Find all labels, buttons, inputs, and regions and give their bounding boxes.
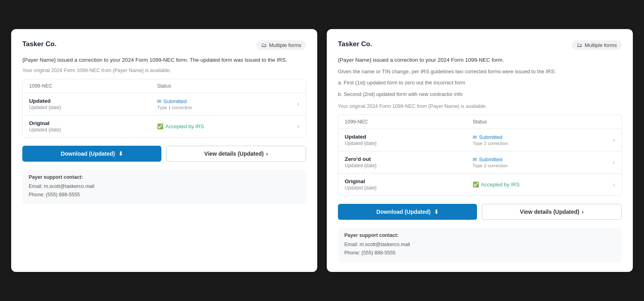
card-1-download-button[interactable]: Download (Updated) ⬇ — [22, 146, 161, 162]
card-1-table: 1099-NEC Status Updated Updated {date} ✉… — [22, 79, 306, 138]
card-2-download-button[interactable]: Download (Updated) ⬇ — [338, 204, 477, 220]
card-1: Tasker Co. 🗂 Multiple forms {Payer Name}… — [11, 29, 317, 272]
card-2-header: Tasker Co. 🗂 Multiple forms — [338, 40, 622, 50]
row-2-label: Original — [29, 120, 157, 126]
card-2-original-note: Your original 2024 Form 1099-NEC from {P… — [338, 104, 622, 109]
card-2: Tasker Co. 🗂 Multiple forms {Payer Name}… — [327, 29, 633, 272]
c2-row-2-label-cell: Zero'd out Updated {date} — [345, 156, 473, 168]
card-1-view-button[interactable]: View details (Updated) › — [166, 146, 306, 162]
c2-row-3-status-label: Accepted by IRS — [481, 182, 520, 188]
c2-row-2-status-cell: ✉ Submitted Type 2 correction — [473, 156, 601, 168]
card-1-payer-support: Payer support contact: Email: m.scott@ta… — [22, 170, 306, 204]
page-wrapper: Tasker Co. 🗂 Multiple forms {Payer Name}… — [11, 29, 633, 272]
row-1-status-sub: Type 1 correction — [157, 105, 285, 110]
table-row[interactable]: Zero'd out Updated {date} ✉ Submitted Ty… — [338, 151, 621, 174]
row-1-chevron: › — [285, 100, 299, 108]
row-2-date: Updated {date} — [29, 127, 157, 133]
c2-row-1-date: Updated {date} — [345, 141, 473, 146]
row-2-label-cell: Original Updated {date} — [29, 120, 157, 133]
card-2-support-phone: Phone: (555) 888-5555 — [344, 249, 615, 257]
row-2-status-cell: ✅ Accepted by IRS — [157, 123, 285, 129]
card-1-col3-header — [285, 83, 299, 89]
card-1-support-title: Payer support contact: — [29, 174, 300, 180]
card-2-col2-header: Status — [473, 119, 601, 125]
download-icon: ⬇ — [118, 150, 123, 157]
card-1-badge-label: Multiple forms — [269, 42, 301, 48]
table-row[interactable]: Original Updated {date} ✅ Accepted by IR… — [23, 115, 306, 137]
c2-row-2-status-label: Submitted — [479, 156, 503, 162]
row-1-status-label: Submitted — [163, 98, 187, 104]
card-2-description: {Payer Name} issued a correction to your… — [338, 56, 622, 64]
card-1-col2-header: Status — [157, 83, 285, 89]
submitted-icon-2: ✉ — [473, 134, 477, 140]
card-2-table: 1099-NEC Status Updated Updated {date} ✉… — [338, 115, 622, 196]
card-2-view-button[interactable]: View details (Updated) › — [482, 204, 622, 220]
submitted-icon: ✉ — [157, 98, 161, 104]
card-2-support-title: Payer support contact: — [344, 233, 615, 238]
c2-row-1-status: ✉ Submitted — [473, 134, 601, 140]
card-2-description2b: a. First (1st) updated form to zero out … — [338, 79, 622, 87]
card-1-title: Tasker Co. — [22, 40, 57, 48]
c2-row-1-status-sub: Type 2 correction — [473, 141, 601, 146]
view-label-2: View details (Updated) — [520, 209, 579, 215]
card-2-description2a: Given the name or TIN change, per IRS gu… — [338, 68, 622, 76]
row-1-label-cell: Updated Updated {date} — [29, 98, 157, 110]
card-2-title: Tasker Co. — [338, 40, 372, 48]
row-2-status: ✅ Accepted by IRS — [157, 123, 285, 129]
c2-row-2-status: ✉ Submitted — [473, 156, 601, 162]
submitted-icon-3: ✉ — [473, 156, 477, 162]
c2-row-3-label: Original — [345, 178, 473, 184]
download-label-2: Download (Updated) — [376, 209, 430, 215]
c2-row-1-chevron: › — [601, 137, 615, 144]
card-2-col3-header — [601, 119, 615, 125]
chevron-right-icon-2: › — [582, 209, 584, 215]
card-1-badge: 🗂 Multiple forms — [256, 40, 306, 50]
card-1-original-note: Your original 2024 Form 1099-NEC from {P… — [22, 68, 306, 73]
forms-icon: 🗂 — [261, 42, 267, 48]
c2-row-3-chevron: › — [601, 181, 615, 188]
c2-row-3-label-cell: Original Updated {date} — [345, 178, 473, 191]
download-icon-2: ⬇ — [434, 209, 439, 215]
card-1-support-phone: Phone: (555) 888-5555 — [29, 191, 300, 199]
table-row[interactable]: Updated Updated {date} ✉ Submitted Type … — [23, 93, 306, 115]
card-2-badge: 🗂 Multiple forms — [572, 40, 622, 50]
card-2-support-email: Email: m.scott@taskerco.mail — [344, 240, 615, 249]
c2-row-1-label-cell: Updated Updated {date} — [345, 134, 473, 146]
c2-row-2-status-sub: Type 2 correction — [473, 163, 601, 168]
download-label: Download (Updated) — [61, 150, 115, 157]
c2-row-1-status-label: Submitted — [479, 134, 503, 140]
table-row[interactable]: Updated Updated {date} ✉ Submitted Type … — [338, 129, 621, 151]
c2-row-2-date: Updated {date} — [345, 163, 473, 168]
c2-row-2-label: Zero'd out — [345, 156, 473, 162]
card-1-support-email: Email: m.scott@taskerco.mail — [29, 182, 300, 191]
chevron-right-icon: › — [266, 150, 268, 157]
accepted-icon: ✅ — [157, 123, 163, 129]
card-1-table-header: 1099-NEC Status — [23, 79, 306, 93]
c2-row-3-status: ✅ Accepted by IRS — [473, 182, 601, 188]
row-1-label: Updated — [29, 98, 157, 104]
row-1-status: ✉ Submitted — [157, 98, 285, 104]
c2-row-1-label: Updated — [345, 134, 473, 140]
c2-row-3-date: Updated {date} — [345, 185, 473, 191]
card-2-badge-label: Multiple forms — [585, 42, 617, 48]
view-label: View details (Updated) — [204, 150, 264, 157]
c2-row-3-status-cell: ✅ Accepted by IRS — [473, 182, 601, 188]
c2-row-2-chevron: › — [601, 159, 615, 166]
row-2-chevron: › — [285, 123, 299, 130]
accepted-icon-2: ✅ — [473, 182, 479, 188]
table-row[interactable]: Original Updated {date} ✅ Accepted by IR… — [338, 174, 621, 195]
card-2-payer-support: Payer support contact: Email: m.scott@ta… — [338, 228, 622, 262]
forms-icon-2: 🗂 — [577, 42, 582, 48]
card-2-col1-header: 1099-NEC — [345, 119, 473, 125]
card-2-description2c: b. Second (2nd) updated form with new co… — [338, 90, 622, 99]
row-2-status-label: Accepted by IRS — [165, 123, 204, 129]
card-1-actions: Download (Updated) ⬇ View details (Updat… — [22, 146, 306, 162]
card-1-description: {Payer Name} issued a correction to your… — [22, 56, 306, 64]
c2-row-1-status-cell: ✉ Submitted Type 2 correction — [473, 134, 601, 146]
card-1-col1-header: 1099-NEC — [29, 83, 157, 89]
row-1-date: Updated {date} — [29, 105, 157, 110]
card-1-header: Tasker Co. 🗂 Multiple forms — [22, 40, 306, 50]
card-2-actions: Download (Updated) ⬇ View details (Updat… — [338, 204, 622, 220]
row-1-status-cell: ✉ Submitted Type 1 correction — [157, 98, 285, 110]
card-2-table-header: 1099-NEC Status — [338, 115, 621, 129]
